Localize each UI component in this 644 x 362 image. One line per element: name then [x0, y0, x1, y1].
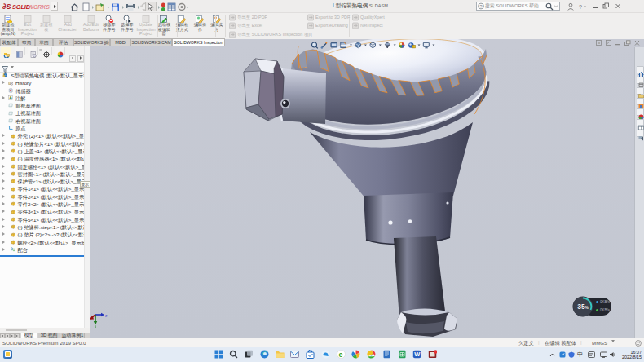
svg-text:?: ? [579, 4, 582, 10]
svg-text:z: z [105, 313, 108, 318]
svg-text:e: e [338, 351, 342, 359]
svg-text:?: ? [480, 4, 483, 9]
svg-text:WORKS: WORKS [29, 4, 51, 10]
svg-text:∂S: ∂S [2, 2, 11, 11]
svg-text:W: W [414, 351, 421, 358]
